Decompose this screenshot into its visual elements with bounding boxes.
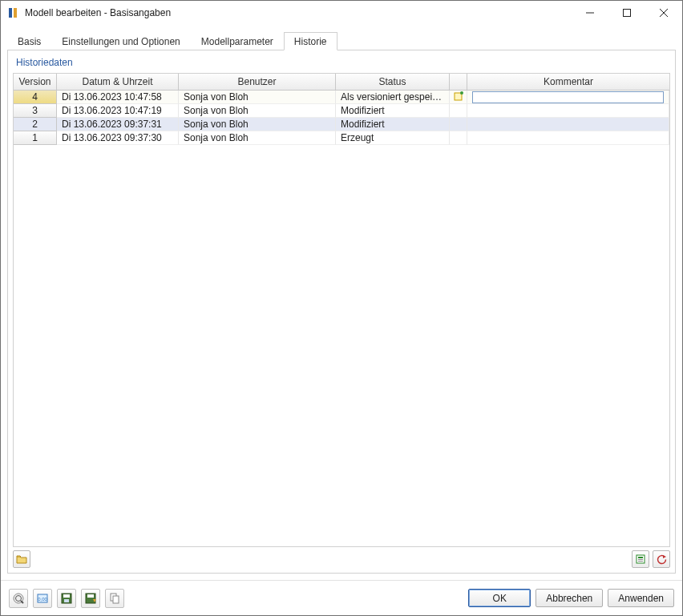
titlebar: Modell bearbeiten - Basisangaben xyxy=(1,1,682,25)
close-button[interactable] xyxy=(645,1,682,25)
window-title: Modell bearbeiten - Basisangaben xyxy=(25,7,171,18)
cell-version: 1 xyxy=(14,131,57,145)
ok-button[interactable]: OK xyxy=(468,589,531,607)
col-icon xyxy=(450,74,467,90)
cell-version: 2 xyxy=(14,118,57,131)
apply-button[interactable]: Anwenden xyxy=(608,589,674,607)
tab-historie[interactable]: Historie xyxy=(284,32,337,50)
cell-benutzer: Sonja von Bloh xyxy=(179,91,336,104)
cell-version: 3 xyxy=(14,104,57,118)
col-datum[interactable]: Datum & Uhrzeit xyxy=(57,74,179,90)
grid-header: Version Datum & Uhrzeit Benutzer Status … xyxy=(14,74,669,91)
svg-line-16 xyxy=(21,601,23,603)
save-button[interactable] xyxy=(57,589,76,608)
svg-rect-11 xyxy=(638,559,643,560)
col-status[interactable]: Status xyxy=(336,74,450,90)
refresh-restore-button[interactable] xyxy=(653,550,670,568)
client-area: Basis Einstellungen und Optionen Modellp… xyxy=(1,25,682,580)
cell-icon xyxy=(450,104,467,118)
cell-status: Modifiziert xyxy=(336,104,450,118)
units-button[interactable]: 0,00 xyxy=(33,589,52,608)
cell-datum: Di 13.06.2023 09:37:30 xyxy=(57,131,179,145)
cell-status: Als versioniert gespeich... xyxy=(336,91,450,104)
minimize-button[interactable] xyxy=(572,1,608,25)
panel-toolbar xyxy=(13,547,670,568)
svg-rect-20 xyxy=(63,594,70,598)
cell-kommentar[interactable] xyxy=(467,118,669,131)
cell-kommentar[interactable] xyxy=(467,91,669,104)
tab-einstellungen[interactable]: Einstellungen und Optionen xyxy=(51,32,190,50)
table-row[interactable]: 4 Di 13.06.2023 10:47:58 Sonja von Bloh … xyxy=(14,91,669,104)
tab-basis[interactable]: Basis xyxy=(7,32,51,50)
table-row[interactable]: 1 Di 13.06.2023 09:37:30 Sonja von Bloh … xyxy=(14,131,669,145)
table-row[interactable]: 3 Di 13.06.2023 10:47:19 Sonja von Bloh … xyxy=(14,104,669,118)
cell-datum: Di 13.06.2023 10:47:19 xyxy=(57,104,179,118)
section-label: Historiedaten xyxy=(13,55,670,73)
svg-rect-26 xyxy=(113,596,119,603)
svg-rect-12 xyxy=(638,561,643,562)
cancel-button[interactable]: Abbrechen xyxy=(535,589,603,607)
history-grid: Version Datum & Uhrzeit Benutzer Status … xyxy=(13,73,670,547)
cell-icon xyxy=(450,131,467,145)
cell-kommentar[interactable] xyxy=(467,104,669,118)
export-button[interactable] xyxy=(632,550,649,568)
cell-benutzer: Sonja von Bloh xyxy=(179,131,336,145)
col-version[interactable]: Version xyxy=(14,74,57,90)
svg-text:0,00: 0,00 xyxy=(38,597,47,602)
cell-datum: Di 13.06.2023 09:37:31 xyxy=(57,118,179,131)
cell-status: Modifiziert xyxy=(336,118,450,131)
svg-rect-3 xyxy=(624,10,631,17)
dialog-footer: 0,00 OK Abbrechen Anwenden xyxy=(1,580,682,615)
svg-marker-13 xyxy=(663,555,666,558)
help-button[interactable] xyxy=(9,589,28,608)
dialog-window: Modell bearbeiten - Basisangaben Basis E… xyxy=(0,0,683,616)
save-as-button[interactable] xyxy=(81,589,100,608)
grid-body: 4 Di 13.06.2023 10:47:58 Sonja von Bloh … xyxy=(14,91,669,546)
cell-kommentar[interactable] xyxy=(467,131,669,145)
comment-input[interactable] xyxy=(472,91,664,103)
cell-benutzer: Sonja von Bloh xyxy=(179,118,336,131)
cell-version: 4 xyxy=(14,91,57,104)
col-kommentar[interactable]: Kommentar xyxy=(467,74,669,90)
table-row[interactable]: 2 Di 13.06.2023 09:37:31 Sonja von Bloh … xyxy=(14,118,669,131)
svg-rect-0 xyxy=(9,8,12,18)
cell-status: Erzeugt xyxy=(336,131,450,145)
svg-point-8 xyxy=(460,91,463,95)
app-icon xyxy=(7,6,20,19)
note-icon[interactable] xyxy=(450,91,467,104)
open-folder-button[interactable] xyxy=(13,550,30,568)
svg-rect-10 xyxy=(638,557,643,558)
cell-icon xyxy=(450,118,467,131)
svg-rect-23 xyxy=(87,594,94,598)
col-benutzer[interactable]: Benutzer xyxy=(179,74,336,90)
svg-rect-1 xyxy=(14,8,17,18)
maximize-button[interactable] xyxy=(608,1,645,25)
cell-benutzer: Sonja von Bloh xyxy=(179,104,336,118)
tab-panel-historie: Historiedaten Version Datum & Uhrzeit Be… xyxy=(7,50,676,574)
tabstrip: Basis Einstellungen und Optionen Modellp… xyxy=(7,31,676,50)
copy-button[interactable] xyxy=(105,589,124,608)
cell-datum: Di 13.06.2023 10:47:58 xyxy=(57,91,179,104)
tab-modellparameter[interactable]: Modellparameter xyxy=(191,32,284,50)
svg-rect-21 xyxy=(64,599,69,602)
